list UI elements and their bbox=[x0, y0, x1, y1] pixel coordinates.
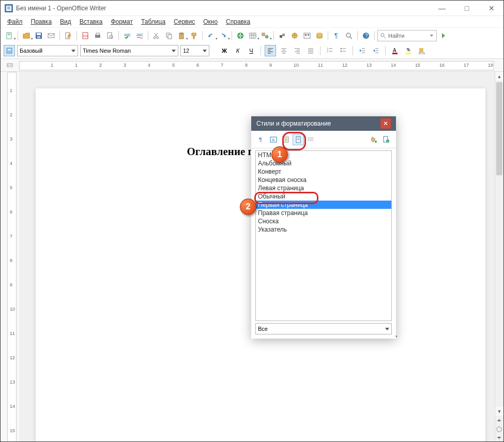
datasource-button[interactable] bbox=[314, 30, 325, 41]
undo-button[interactable] bbox=[205, 30, 217, 41]
vertical-ruler[interactable]: 123456789101112131415 bbox=[7, 72, 17, 442]
nav-circle-button[interactable]: ◯ bbox=[495, 424, 503, 433]
menu-tools[interactable]: Сервис bbox=[170, 17, 198, 26]
menu-table[interactable]: Таблица bbox=[138, 17, 169, 26]
list-styles-button[interactable] bbox=[305, 134, 316, 145]
align-left-button[interactable] bbox=[265, 45, 276, 56]
table-button[interactable] bbox=[247, 30, 258, 41]
style-item[interactable]: Сноска bbox=[256, 217, 391, 225]
svg-point-75 bbox=[341, 51, 342, 52]
style-item[interactable]: Указатель bbox=[256, 225, 391, 234]
paste-button[interactable] bbox=[176, 30, 187, 41]
new-style-button[interactable]: + bbox=[380, 134, 392, 145]
navigator-button[interactable] bbox=[289, 30, 300, 41]
close-button[interactable]: ✕ bbox=[484, 4, 499, 12]
bold-button[interactable]: Ж bbox=[219, 45, 230, 56]
style-item[interactable]: Обычный bbox=[256, 192, 391, 201]
autocheck-button[interactable]: ABC bbox=[134, 30, 145, 41]
align-justify-button[interactable] bbox=[305, 45, 316, 56]
svg-rect-86 bbox=[419, 48, 423, 52]
minimize-button[interactable]: — bbox=[434, 4, 450, 12]
filter-select[interactable]: Все bbox=[255, 323, 392, 334]
vertical-scrollbar[interactable]: ▲ ▼ ⏶ ◯ ⏷ bbox=[495, 72, 503, 442]
menu-view[interactable]: Вид bbox=[56, 17, 75, 26]
svg-rect-16 bbox=[96, 33, 99, 35]
email-button[interactable] bbox=[45, 30, 57, 41]
page-styles-button[interactable] bbox=[293, 134, 304, 145]
gallery-button[interactable] bbox=[301, 30, 313, 41]
cut-button[interactable] bbox=[151, 30, 162, 41]
style-item[interactable]: Конверт bbox=[256, 167, 391, 176]
style-item[interactable]: Левая страница bbox=[256, 184, 391, 192]
filter-row: Все bbox=[255, 323, 392, 334]
dialog-toolbar: ¶ A + bbox=[251, 131, 396, 148]
align-center-button[interactable] bbox=[278, 45, 289, 56]
dialog-close-button[interactable]: ✕ bbox=[380, 118, 391, 129]
align-right-button[interactable] bbox=[292, 45, 303, 56]
scroll-down-button[interactable]: ▼ bbox=[495, 407, 503, 416]
italic-button[interactable]: К bbox=[232, 45, 243, 56]
format-toolbar: Базовый Times New Roman 12 Ж К Ч 12 A bbox=[1, 43, 503, 58]
bg-color-button[interactable] bbox=[416, 45, 427, 56]
fill-format-button[interactable] bbox=[368, 134, 379, 145]
find-next-button[interactable] bbox=[438, 30, 449, 41]
edit-button[interactable] bbox=[63, 30, 74, 41]
style-item[interactable]: Первая страница bbox=[256, 201, 391, 209]
format-paint-button[interactable] bbox=[188, 30, 200, 41]
svg-rect-52 bbox=[8, 49, 11, 50]
ruler-corner bbox=[1, 59, 19, 71]
decrease-indent-button[interactable] bbox=[357, 45, 368, 56]
menu-format[interactable]: Формат bbox=[107, 17, 136, 26]
maximize-button[interactable]: □ bbox=[459, 4, 475, 12]
menu-edit[interactable]: Правка bbox=[27, 17, 56, 26]
increase-indent-button[interactable] bbox=[370, 45, 381, 56]
font-color-button[interactable]: A bbox=[389, 45, 401, 56]
para-styles-button[interactable]: ¶ bbox=[255, 134, 267, 145]
font-size-select[interactable]: 12 bbox=[180, 45, 209, 56]
menu-window[interactable]: Окно bbox=[200, 17, 221, 26]
char-styles-button[interactable]: A bbox=[268, 134, 279, 145]
copy-button[interactable] bbox=[163, 30, 175, 41]
menu-file[interactable]: Файл bbox=[4, 17, 26, 26]
svg-text:ABC: ABC bbox=[136, 33, 143, 37]
pdf-button[interactable]: PDF bbox=[80, 30, 91, 41]
zoom-button[interactable] bbox=[343, 30, 355, 41]
redo-button[interactable] bbox=[218, 30, 229, 41]
paragraph-style-select[interactable]: Базовый bbox=[17, 45, 78, 56]
frame-styles-button[interactable] bbox=[280, 134, 292, 145]
save-button[interactable] bbox=[33, 30, 44, 41]
find-replace-button[interactable] bbox=[277, 30, 288, 41]
font-select[interactable]: Times New Roman bbox=[80, 45, 178, 56]
next-page-button[interactable]: ⏷ bbox=[495, 433, 503, 442]
menu-insert[interactable]: Вставка bbox=[76, 17, 106, 26]
hyperlink-button[interactable] bbox=[235, 30, 246, 41]
style-item[interactable]: Правая страница bbox=[256, 209, 391, 217]
styles-list[interactable]: HTMLАльбомныйКонвертКонцевая сноскаЛевая… bbox=[255, 150, 392, 321]
scroll-up-button[interactable]: ▲ bbox=[495, 72, 503, 81]
find-box[interactable]: Найти bbox=[377, 30, 437, 41]
spellcheck-button[interactable]: ABC bbox=[121, 30, 133, 41]
new-doc-button[interactable] bbox=[4, 30, 15, 41]
svg-text:A: A bbox=[393, 48, 396, 53]
draw-button[interactable] bbox=[259, 30, 271, 41]
scroll-thumb[interactable] bbox=[496, 82, 502, 175]
number-list-button[interactable]: 12 bbox=[324, 45, 335, 56]
svg-point-36 bbox=[265, 35, 268, 38]
styles-sidebar-button[interactable] bbox=[4, 45, 15, 56]
highlight-button[interactable] bbox=[403, 45, 414, 56]
svg-point-45 bbox=[346, 33, 350, 37]
print-button[interactable] bbox=[92, 30, 103, 41]
open-button[interactable] bbox=[21, 30, 32, 41]
help-button[interactable]: ? bbox=[360, 30, 372, 41]
menu-help[interactable]: Справка bbox=[222, 17, 254, 26]
underline-button[interactable]: Ч bbox=[246, 45, 257, 56]
preview-button[interactable] bbox=[104, 30, 116, 41]
svg-rect-40 bbox=[304, 33, 310, 38]
dialog-titlebar[interactable]: Стили и форматирование ✕ bbox=[251, 116, 396, 131]
bullet-list-button[interactable] bbox=[338, 45, 349, 56]
nonprint-button[interactable]: ¶ bbox=[331, 30, 342, 41]
svg-rect-4 bbox=[7, 9, 10, 9]
style-item[interactable]: Концевая сноска bbox=[256, 176, 391, 184]
horizontal-ruler[interactable]: 1123456789101112131415161718 bbox=[19, 61, 494, 70]
prev-page-button[interactable]: ⏶ bbox=[495, 416, 503, 424]
